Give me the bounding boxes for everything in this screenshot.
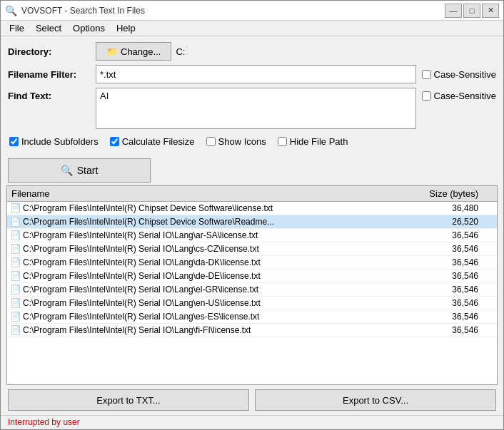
options-row: Include Subfolders Calculate Filesize Sh… [8, 133, 496, 150]
window-title: VOVSOFT - Search Text In Files [21, 6, 145, 16]
hide-file-path-checkbox[interactable] [278, 137, 287, 146]
minimize-button[interactable]: — [445, 4, 462, 18]
result-filename: C:\Program Files\Intel\Intel(R) Serial I… [23, 230, 407, 240]
file-icon: 📄 [11, 217, 20, 227]
form-area: Directory: 📁 Change... C: Filename Filte… [1, 36, 503, 155]
directory-path: C: [176, 46, 185, 57]
result-size: 36,480 [407, 203, 493, 213]
result-size: 36,546 [407, 244, 493, 254]
title-bar: 🔍 VOVSOFT - Search Text In Files — □ ✕ [1, 1, 503, 21]
hide-file-path-label[interactable]: Hide File Path [278, 136, 348, 147]
directory-input-group: 📁 Change... C: [96, 42, 496, 61]
result-row[interactable]: 📄C:\Program Files\Intel\Intel(R) Serial … [7, 242, 497, 256]
close-button[interactable]: ✕ [482, 4, 499, 18]
app-icon: 🔍 [5, 5, 17, 16]
menu-bar: File Select Options Help [1, 21, 503, 36]
file-icon: 📄 [11, 325, 20, 335]
show-icons-checkbox[interactable] [206, 137, 216, 146]
result-size: 36,546 [407, 230, 493, 240]
col-header-size: Size (bytes) [407, 188, 493, 199]
results-list[interactable]: 📄C:\Program Files\Intel\Intel(R) Chipset… [7, 202, 497, 384]
filename-filter-input[interactable] [96, 65, 416, 83]
status-bar: Interrupted by user [1, 415, 503, 429]
directory-label: Directory: [8, 46, 90, 57]
calculate-filesize-text: Calculate Filesize [122, 136, 195, 147]
result-row[interactable]: 📄C:\Program Files\Intel\Intel(R) Serial … [7, 283, 497, 297]
show-icons-label[interactable]: Show Icons [206, 136, 266, 147]
main-window: 🔍 VOVSOFT - Search Text In Files — □ ✕ F… [0, 0, 504, 430]
filename-filter-row: Filename Filter: Case-Sensitive [8, 65, 496, 83]
result-filename: C:\Program Files\Intel\Intel(R) Serial I… [23, 244, 407, 254]
calculate-filesize-label[interactable]: Calculate Filesize [110, 136, 195, 147]
result-filename: C:\Program Files\Intel\Intel(R) Chipset … [23, 203, 407, 213]
result-row[interactable]: 📄C:\Program Files\Intel\Intel(R) Serial … [7, 310, 497, 324]
find-text-row: Find Text: Case-Sensitive [8, 88, 496, 129]
case-sensitive-2-label[interactable]: Case-Sensitive [422, 88, 496, 101]
result-row[interactable]: 📄C:\Program Files\Intel\Intel(R) Serial … [7, 324, 497, 337]
file-icon: 📄 [11, 244, 20, 254]
folder-icon: 📁 [106, 46, 118, 57]
include-subfolders-checkbox[interactable] [9, 137, 19, 146]
menu-select[interactable]: Select [30, 22, 67, 34]
footer-buttons: Export to TXT... Export to CSV... [1, 385, 503, 415]
result-filename: C:\Program Files\Intel\Intel(R) Serial I… [23, 298, 407, 308]
case-sensitive-2-checkbox[interactable] [422, 91, 431, 101]
result-size: 26,520 [407, 217, 493, 227]
calculate-filesize-checkbox[interactable] [110, 137, 119, 146]
find-label: Find Text: [8, 88, 90, 101]
file-icon: 📄 [11, 271, 20, 281]
result-size: 36,546 [407, 298, 493, 308]
result-row[interactable]: 📄C:\Program Files\Intel\Intel(R) Serial … [7, 270, 497, 283]
status-text: Interrupted by user [8, 417, 80, 427]
export-txt-button[interactable]: Export to TXT... [8, 389, 249, 411]
result-filename: C:\Program Files\Intel\Intel(R) Chipset … [23, 217, 407, 227]
start-row: 🔍 Start [1, 155, 503, 185]
file-icon: 📄 [11, 257, 20, 267]
results-area: Filename Size (bytes) 📄C:\Program Files\… [6, 185, 498, 385]
hide-file-path-text: Hide File Path [290, 136, 348, 147]
result-size: 36,546 [407, 312, 493, 322]
case-sensitive-2-text: Case-Sensitive [434, 91, 496, 101]
case-sensitive-1-checkbox[interactable] [422, 70, 431, 79]
file-icon: 📄 [11, 312, 20, 322]
result-size: 36,546 [407, 285, 493, 295]
start-btn-label: Start [77, 165, 99, 176]
result-filename: C:\Program Files\Intel\Intel(R) Serial I… [23, 257, 407, 267]
file-icon: 📄 [11, 203, 20, 213]
result-row[interactable]: 📄C:\Program Files\Intel\Intel(R) Chipset… [7, 202, 497, 215]
case-sensitive-1-text: Case-Sensitive [434, 69, 496, 80]
file-icon: 📄 [11, 285, 20, 295]
include-subfolders-text: Include Subfolders [21, 136, 99, 147]
result-row[interactable]: 📄C:\Program Files\Intel\Intel(R) Serial … [7, 297, 497, 310]
results-header: Filename Size (bytes) [7, 186, 497, 202]
restore-button[interactable]: □ [463, 4, 480, 18]
result-size: 36,546 [407, 257, 493, 267]
result-row[interactable]: 📄C:\Program Files\Intel\Intel(R) Serial … [7, 229, 497, 242]
case-sensitive-1-label[interactable]: Case-Sensitive [422, 69, 496, 80]
show-icons-text: Show Icons [218, 136, 266, 147]
result-filename: C:\Program Files\Intel\Intel(R) Serial I… [23, 271, 407, 281]
menu-options[interactable]: Options [67, 22, 111, 34]
file-icon: 📄 [11, 298, 20, 308]
result-size: 36,546 [407, 271, 493, 281]
result-filename: C:\Program Files\Intel\Intel(R) Serial I… [23, 285, 407, 295]
export-csv-button[interactable]: Export to CSV... [255, 389, 496, 411]
result-filename: C:\Program Files\Intel\Intel(R) Serial I… [23, 325, 407, 335]
result-size: 36,546 [407, 325, 493, 335]
start-button[interactable]: 🔍 Start [8, 158, 151, 183]
change-btn-label: Change... [121, 46, 161, 57]
title-bar-left: 🔍 VOVSOFT - Search Text In Files [5, 5, 145, 16]
col-header-filename: Filename [11, 188, 407, 199]
title-controls: — □ ✕ [445, 4, 499, 18]
menu-help[interactable]: Help [111, 22, 141, 34]
menu-file[interactable]: File [4, 22, 30, 34]
result-filename: C:\Program Files\Intel\Intel(R) Serial I… [23, 312, 407, 322]
search-icon: 🔍 [61, 165, 73, 176]
file-icon: 📄 [11, 230, 20, 240]
result-row[interactable]: 📄C:\Program Files\Intel\Intel(R) Chipset… [7, 215, 497, 229]
find-text-input[interactable] [96, 88, 416, 129]
change-directory-button[interactable]: 📁 Change... [96, 42, 171, 61]
include-subfolders-label[interactable]: Include Subfolders [9, 136, 99, 147]
result-row[interactable]: 📄C:\Program Files\Intel\Intel(R) Serial … [7, 256, 497, 270]
filename-label: Filename Filter: [8, 69, 90, 80]
